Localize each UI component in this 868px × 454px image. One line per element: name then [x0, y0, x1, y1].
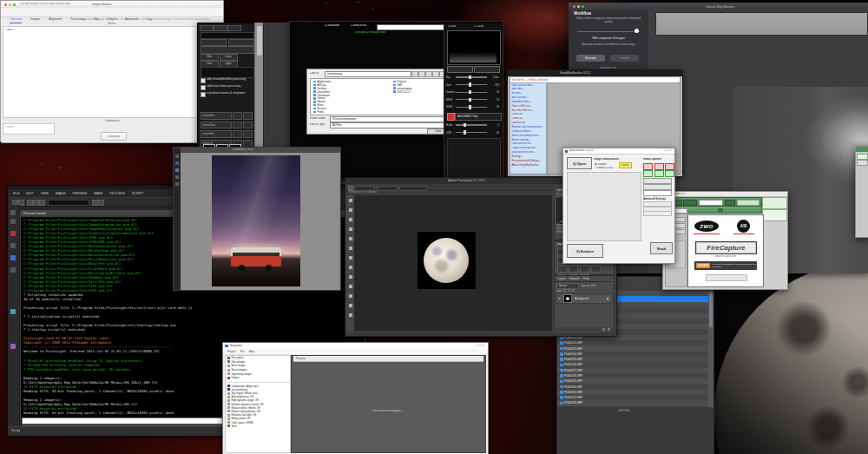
wbpp-master-button[interactable]: masterFlat	[201, 130, 232, 138]
look-in-combobox[interactable]: astroimaging	[325, 71, 411, 78]
fit-icon[interactable]	[98, 200, 104, 206]
close-button[interactable]	[573, 5, 575, 8]
lock-all-icon[interactable]	[572, 289, 575, 292]
horizontal-scrollbar[interactable]	[618, 409, 630, 411]
tool-icon-3[interactable]	[10, 243, 16, 248]
sss-titlebar[interactable]: Starry Sky Stacker	[569, 3, 868, 10]
exclude-button[interactable]: Exclude	[576, 55, 605, 62]
blend-mode-select[interactable]: Normal	[556, 283, 579, 289]
preview-tab[interactable]: Preview	[293, 356, 483, 362]
layer-row[interactable]: 👁 Background 🔒	[556, 293, 613, 304]
panel-checkbox-2[interactable]: ☐ 16-bit	[474, 25, 483, 29]
checkbox-icon[interactable]	[201, 85, 206, 90]
home-icon[interactable]	[418, 71, 425, 77]
slider-thumb[interactable]	[464, 130, 466, 134]
quality-slider-track[interactable]	[577, 31, 640, 33]
new-folder-icon[interactable]	[425, 71, 432, 77]
advanced-row-3[interactable]	[643, 211, 672, 216]
open-icon[interactable]	[33, 200, 39, 206]
slider-thumb[interactable]	[469, 82, 471, 86]
toolbar-button-4[interactable]	[718, 208, 723, 212]
checkbox-icon[interactable]	[201, 78, 206, 83]
scrollbar-thumb[interactable]	[257, 26, 262, 56]
menu-item[interactable]: EDIT	[27, 192, 34, 195]
list-view-icon[interactable]	[432, 71, 439, 77]
wbpp-master-button[interactable]: masterDark	[201, 122, 232, 129]
wbpp-small-button[interactable]	[233, 130, 242, 138]
ps-tool-icon[interactable]	[349, 275, 352, 279]
menu-item[interactable]: MASK	[94, 192, 102, 195]
menu-item[interactable]: Help	[249, 350, 254, 353]
stack-option-green-1[interactable]	[643, 170, 653, 177]
inspector-image-list[interactable]: Open…	[3, 26, 220, 118]
planet-radio[interactable]: ○ Planet (COG)	[595, 167, 613, 170]
wbpp-small-button-2[interactable]	[243, 130, 253, 138]
document-tab[interactable]: moon.tif @ 25% (RGB/8)	[349, 191, 378, 194]
sequator-preview-canvas[interactable]: Preview No or bad file image(s) ...	[291, 355, 486, 453]
ps-tool-icon[interactable]	[349, 266, 352, 269]
ps-tool-icon[interactable]	[349, 247, 352, 250]
tool-icon-4[interactable]	[175, 175, 179, 179]
wbpp-button-b[interactable]	[228, 39, 254, 46]
menu-item[interactable]: VIEW	[41, 192, 49, 195]
tool-icon-4[interactable]	[10, 267, 16, 273]
partial-panel-button[interactable]	[857, 160, 868, 166]
minimize-button[interactable]	[9, 3, 11, 6]
open-files-label[interactable]: Open…	[6, 29, 15, 32]
options-dropdown[interactable]	[354, 186, 375, 191]
wbpp-tab-1[interactable]	[200, 25, 214, 31]
folder-item[interactable]: Public	[313, 110, 331, 114]
write-to-file-checkbox[interactable]: ☑ write to file	[351, 24, 366, 28]
opacity-field[interactable]: Opacity: 100%	[581, 284, 596, 287]
toolbar-button-2[interactable]	[683, 200, 697, 206]
window-controls[interactable]: — ☐ ✕	[663, 149, 672, 153]
stack-button[interactable]: Stack	[650, 242, 673, 254]
panel-tab[interactable]: Layers	[558, 276, 566, 281]
photoshop-canvas[interactable]	[354, 195, 552, 331]
donate-banner[interactable]: DONATE if you like FireCapture your dona…	[694, 261, 757, 270]
ps-tool-icon[interactable]	[349, 313, 352, 317]
ps-tool-icon[interactable]	[349, 237, 352, 240]
adjustment-icon[interactable]	[557, 266, 567, 273]
wbpp-path-field[interactable]	[201, 32, 254, 39]
window-controls[interactable]: — ☐ ✕	[474, 344, 484, 347]
analyse-button[interactable]: 2) Analyse	[567, 244, 603, 258]
tool-icon-5[interactable]	[175, 182, 179, 186]
panel-tab[interactable]: Channels	[569, 276, 580, 281]
tool-icon-3[interactable]	[175, 168, 179, 172]
close-button[interactable]	[4, 3, 7, 6]
save-icon[interactable]	[39, 200, 45, 206]
new-icon[interactable]	[27, 200, 33, 206]
record-button[interactable]	[447, 113, 455, 121]
camera-name-field[interactable]: ASI174MM 17.5fps	[455, 113, 502, 121]
stack-option-green-3[interactable]	[665, 170, 674, 177]
wbpp-tab-2[interactable]	[214, 25, 227, 31]
capture-path-input[interactable]	[377, 24, 446, 31]
wbpp-small-button[interactable]	[233, 112, 242, 120]
purple-process-icon[interactable]	[10, 344, 16, 349]
wbpp-master-button[interactable]: masterBias	[201, 112, 232, 120]
scrollbar-thumb[interactable]	[709, 293, 713, 327]
van-night-photo[interactable]	[212, 155, 300, 286]
wbpp-button-a[interactable]	[201, 39, 227, 46]
stack-option-red-3[interactable]	[665, 163, 674, 170]
slider-track[interactable]	[456, 92, 487, 93]
menu-item[interactable]: File	[240, 350, 245, 353]
minimize-button[interactable]	[577, 5, 580, 8]
dss-titlebar[interactable]: DeepSkyStacker 3.3.2	[508, 70, 682, 76]
inspector-menubar[interactable]: File Edit Image Process Tools Window Hel…	[20, 3, 70, 6]
wbpp-small-button[interactable]	[233, 122, 242, 129]
wbpp-small-button-2[interactable]	[243, 122, 253, 129]
ps-tool-icon[interactable]	[349, 304, 352, 307]
new-layer-icon[interactable]	[602, 328, 605, 331]
quality-slider-knob[interactable]	[635, 29, 639, 33]
include-button[interactable]: Include	[610, 55, 639, 62]
table-vertical-scrollbar[interactable]	[708, 291, 713, 407]
dss-action-link[interactable]: About DeepSkyStacker...	[510, 163, 546, 168]
adjustment-icon[interactable]	[569, 266, 578, 273]
comments-box[interactable]: 0 items	[3, 123, 55, 135]
wbpp-wide-button[interactable]	[201, 46, 254, 54]
wbpp-checkbox-row[interactable]: auto-detect masters & integration	[201, 92, 253, 97]
stack-sharpen-button[interactable]	[643, 184, 672, 190]
teal-process-icon[interactable]	[10, 309, 16, 314]
